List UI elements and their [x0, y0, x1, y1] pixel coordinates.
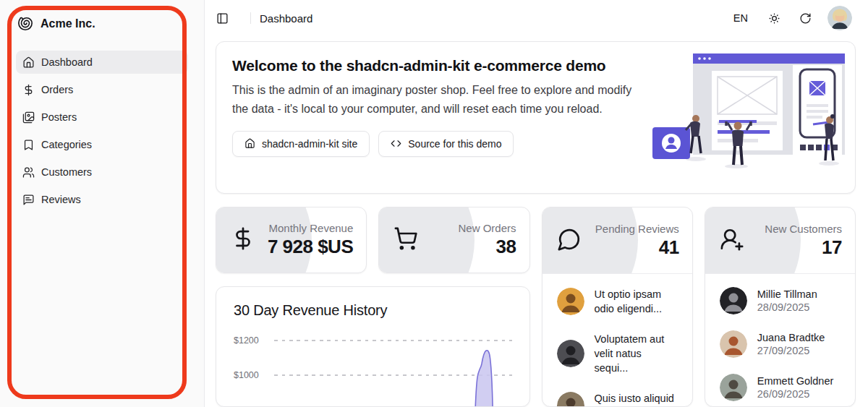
- sun-icon: [768, 12, 780, 25]
- avatar: [720, 287, 747, 314]
- sidebar-item-posters[interactable]: Posters: [16, 106, 188, 129]
- revenue-chart: $1200 $1000: [234, 340, 512, 407]
- stat-card-monthly-revenue[interactable]: Monthly Revenue 7 928 $US: [216, 207, 367, 273]
- welcome-card: Welcome to the shadcn-admin-kit e-commer…: [216, 41, 856, 194]
- house-icon: [244, 138, 255, 149]
- new-customers-card: New Customers 17 Millie Tillman 28/09/20…: [705, 207, 856, 407]
- dollar-icon: [22, 84, 35, 96]
- y-tick: $1200: [234, 335, 267, 346]
- revenue-area-spike: [472, 345, 501, 407]
- refresh-icon: [799, 12, 812, 25]
- dollar-icon: [231, 226, 255, 254]
- welcome-body: This is the admin of an imaginary poster…: [232, 81, 648, 119]
- theme-toggle-button[interactable]: [765, 9, 783, 27]
- user-plus-icon: [720, 227, 744, 254]
- stat-label: New Orders: [458, 222, 516, 234]
- sidebar-item-orders[interactable]: Orders: [16, 78, 188, 101]
- pending-reviews-header[interactable]: Pending Reviews 41: [542, 207, 692, 274]
- customer-name: Juana Bradtke: [757, 332, 825, 343]
- customer-date: 28/09/2025: [757, 301, 817, 313]
- code-icon: [391, 138, 401, 149]
- review-list-item[interactable]: Voluptatem aut velit natus sequi...: [557, 324, 678, 383]
- app-root: Acme Inc. Dashboard Orders Posters Categ…: [0, 0, 868, 407]
- pending-reviews-list: Ut optio ipsam odio eligendi... Voluptat…: [542, 274, 692, 406]
- sidebar-item-label: Dashboard: [41, 56, 93, 68]
- topbar-divider: [250, 12, 251, 24]
- customer-list-item[interactable]: Emmett Goldner 26/09/2025: [720, 366, 841, 406]
- cart-icon: [393, 226, 418, 254]
- welcome-illustration: [651, 49, 845, 171]
- review-list-item[interactable]: Quis iusto aliquid illo velit amet....: [557, 383, 678, 406]
- stat-value: 7 928 $US: [268, 236, 353, 258]
- customer-list-item[interactable]: Millie Tillman 28/09/2025: [720, 279, 841, 322]
- review-text: Quis iusto aliquid illo velit amet....: [595, 391, 678, 406]
- customer-date: 27/09/2025: [757, 345, 825, 356]
- source-link-label: Source for this demo: [408, 138, 501, 150]
- sidebar-item-label: Orders: [41, 84, 73, 95]
- sidebar-toggle-button[interactable]: [213, 9, 231, 27]
- sidebar-item-dashboard[interactable]: Dashboard: [16, 51, 188, 74]
- brand-name: Acme Inc.: [41, 17, 95, 30]
- user-avatar-image: [827, 6, 852, 30]
- main-area: Dashboard EN Welcome: [205, 0, 868, 407]
- avatar: [557, 340, 584, 367]
- pending-reviews-card: Pending Reviews 41 Ut optio ipsam odio e…: [542, 207, 693, 407]
- refresh-button[interactable]: [796, 9, 814, 27]
- sidebar-item-categories[interactable]: Categories: [16, 133, 188, 156]
- review-text: Voluptatem aut velit natus sequi...: [595, 332, 678, 375]
- sidebar-item-label: Posters: [41, 111, 77, 123]
- new-customers-header[interactable]: New Customers 17: [705, 207, 855, 274]
- sidebar-item-label: Categories: [41, 139, 92, 150]
- message-icon: [22, 194, 35, 206]
- brand[interactable]: Acme Inc.: [0, 0, 204, 32]
- avatar: [720, 330, 747, 358]
- user-avatar[interactable]: [827, 6, 852, 30]
- stat-label: Pending Reviews: [595, 223, 679, 235]
- users-icon: [22, 166, 35, 179]
- stat-label: New Customers: [765, 223, 842, 235]
- site-link-button[interactable]: shadcn-admin-kit site: [232, 131, 370, 157]
- chart-title: 30 Day Revenue History: [234, 302, 512, 319]
- sidebar-item-customers[interactable]: Customers: [16, 160, 188, 184]
- dashed-gridline: [274, 340, 512, 341]
- customer-name: Millie Tillman: [757, 288, 817, 300]
- revenue-history-card: 30 Day Revenue History $1200 $1000: [216, 286, 530, 407]
- avatar: [557, 288, 584, 315]
- stat-value: 41: [595, 236, 679, 259]
- topbar: Dashboard EN: [205, 0, 868, 36]
- gridline-1200: $1200: [234, 335, 512, 346]
- home-icon: [22, 56, 35, 69]
- shell-spiral-icon: [17, 16, 33, 32]
- review-list-item[interactable]: Ut optio ipsam odio eligendi...: [557, 279, 678, 324]
- sidebar-item-reviews[interactable]: Reviews: [16, 188, 188, 211]
- language-button[interactable]: EN: [733, 12, 748, 24]
- new-customers-list: Millie Tillman 28/09/2025 Juana Bradtke …: [705, 274, 855, 406]
- images-icon: [22, 111, 35, 124]
- source-link-button[interactable]: Source for this demo: [378, 131, 514, 157]
- avatar: [720, 374, 747, 401]
- sidebar-nav: Dashboard Orders Posters Categories Cust…: [0, 51, 204, 211]
- customer-list-item[interactable]: Juana Bradtke 27/09/2025: [720, 322, 841, 366]
- panel-left-icon: [216, 12, 229, 25]
- stat-label: Monthly Revenue: [268, 222, 353, 234]
- customer-name: Emmett Goldner: [757, 375, 834, 387]
- avatar: [557, 392, 584, 406]
- sidebar-item-label: Reviews: [41, 194, 81, 205]
- chat-bubble-icon: [557, 227, 582, 254]
- dashboard-content: Welcome to the shadcn-admin-kit e-commer…: [205, 36, 868, 407]
- gridline-1000: $1000: [234, 370, 512, 380]
- review-text: Ut optio ipsam odio eligendi...: [595, 287, 678, 316]
- sidebar-item-label: Customers: [41, 166, 92, 178]
- y-tick: $1000: [234, 370, 267, 380]
- breadcrumb: Dashboard: [260, 12, 312, 25]
- stat-card-new-orders[interactable]: New Orders 38: [378, 207, 529, 273]
- stat-value: 38: [458, 236, 516, 258]
- stat-value: 17: [765, 236, 842, 259]
- bookmark-icon: [22, 139, 35, 151]
- site-link-label: shadcn-admin-kit site: [262, 138, 357, 150]
- sidebar: Acme Inc. Dashboard Orders Posters Categ…: [0, 0, 205, 407]
- customer-date: 26/09/2025: [757, 388, 834, 400]
